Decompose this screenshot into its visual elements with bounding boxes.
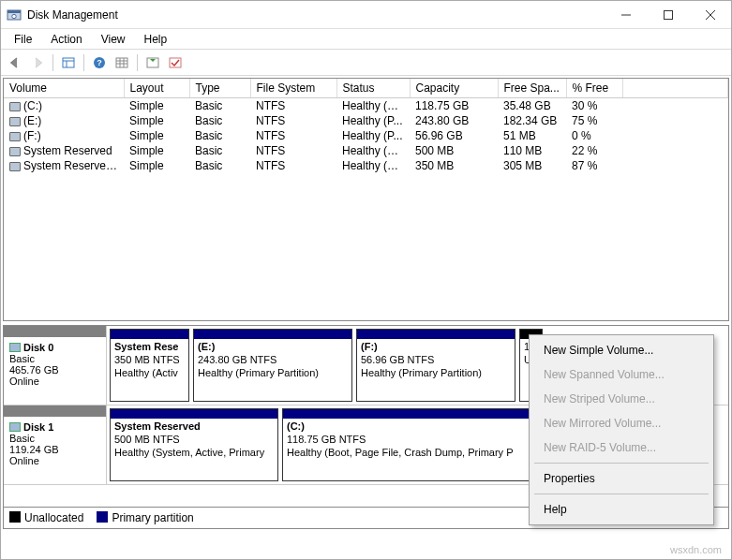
partition-body: System Rese350 MB NTFSHealthy (Activ [111, 339, 188, 401]
partition-body: System Reserved500 MB NTFSHealthy (Syste… [111, 419, 277, 480]
table-row[interactable]: (C:)SimpleBasicNTFSHealthy (B...118.75 G… [4, 98, 728, 114]
volume-type: Basic [189, 98, 250, 114]
volume-capacity: 56.96 GB [410, 128, 498, 143]
table-row[interactable]: System ReservedSimpleBasicNTFSHealthy (S… [4, 143, 728, 158]
col-status[interactable]: Status [336, 79, 410, 98]
disk-header-bar [4, 326, 106, 337]
col-type[interactable]: Type [189, 79, 250, 98]
col-volume[interactable]: Volume [4, 79, 124, 98]
table-row[interactable]: (E:)SimpleBasicNTFSHealthy (P...243.80 G… [4, 113, 728, 128]
window-title: Disk Management [27, 8, 118, 22]
partition-label: System Reserved [114, 420, 274, 434]
partition-label: (F:) [361, 341, 511, 354]
volume-name: (F:) [23, 129, 41, 142]
check-icon[interactable] [165, 52, 186, 73]
volume-table: Volume Layout Type File System Status Ca… [4, 79, 728, 173]
svg-text:?: ? [97, 58, 102, 67]
volume-type: Basic [189, 113, 250, 128]
volume-pct: 22 % [566, 143, 622, 158]
cm-properties[interactable]: Properties [530, 466, 712, 491]
partition-body: (C:)118.75 GB NTFSHealthy (Boot, Page Fi… [283, 419, 534, 480]
svg-rect-7 [63, 58, 74, 67]
volume-list-pane[interactable]: Volume Layout Type File System Status Ca… [3, 78, 729, 321]
volume-pct: 75 % [566, 113, 622, 128]
volume-free: 305 MB [498, 158, 566, 173]
volume-free: 35.48 GB [498, 98, 566, 114]
volume-name: (C:) [23, 99, 42, 112]
grid-icon[interactable] [112, 52, 132, 73]
partition-colorbar [283, 409, 534, 419]
partition-label: (C:) [287, 420, 530, 434]
volume-name: System Reserved [23, 144, 112, 157]
disk-partition[interactable]: (C:)118.75 GB NTFSHealthy (Boot, Page Fi… [282, 408, 535, 481]
volume-type: Basic [189, 143, 250, 158]
svg-rect-18 [170, 58, 181, 67]
svg-rect-4 [664, 10, 672, 19]
close-button[interactable] [689, 2, 731, 28]
menu-view[interactable]: View [94, 30, 133, 49]
disk-state: Online [9, 455, 100, 466]
menu-help[interactable]: Help [137, 30, 175, 49]
col-extra[interactable] [622, 79, 728, 98]
volume-type: Basic [189, 128, 250, 143]
disk-partition[interactable]: System Reserved500 MB NTFSHealthy (Syste… [110, 408, 278, 481]
titlebar-controls [605, 2, 731, 28]
volume-fs: NTFS [250, 158, 336, 173]
disk-header[interactable]: Disk 1Basic119.24 GBOnline [4, 405, 107, 484]
volume-capacity: 350 MB [410, 158, 498, 173]
volume-fs: NTFS [250, 98, 336, 114]
partition-health: Healthy (System, Active, Primary [114, 447, 274, 460]
panel-icon[interactable] [58, 52, 79, 73]
back-button[interactable] [5, 52, 25, 73]
partition-colorbar [357, 330, 515, 339]
unallocated-swatch [9, 511, 21, 523]
volume-layout: Simple [124, 113, 189, 128]
cm-new-spanned-volume: New Spanned Volume... [530, 362, 712, 387]
partition-size: 350 MB NTFS [114, 354, 185, 367]
help-icon[interactable]: ? [89, 52, 110, 73]
volume-capacity: 243.80 GB [410, 113, 498, 128]
volume-icon [9, 162, 21, 171]
partition-size: 118.75 GB NTFS [287, 434, 530, 447]
volume-free: 51 MB [498, 128, 566, 143]
refresh-icon[interactable] [142, 52, 163, 73]
maximize-button[interactable] [647, 2, 689, 28]
volume-type: Basic [189, 158, 250, 173]
disk-name: Disk 1 [23, 421, 53, 433]
menu-action[interactable]: Action [43, 30, 89, 49]
disk-type: Basic [9, 433, 100, 444]
col-percentfree[interactable]: % Free [566, 79, 622, 98]
volume-layout: Simple [124, 128, 189, 143]
table-row[interactable]: (F:)SimpleBasicNTFSHealthy (P...56.96 GB… [4, 128, 728, 143]
partition-health: Healthy (Primary Partition) [361, 367, 511, 380]
disk-header[interactable]: Disk 0Basic465.76 GBOnline [4, 326, 107, 405]
disk-partition[interactable]: (E:)243.80 GB NTFSHealthy (Primary Parti… [193, 329, 352, 402]
partition-health: Healthy (Boot, Page File, Crash Dump, Pr… [287, 447, 530, 460]
partition-health: Healthy (Activ [114, 367, 185, 380]
minimize-button[interactable] [605, 2, 647, 28]
partition-health: Healthy (Primary Partition) [198, 367, 348, 380]
disk-size: 465.76 GB [9, 364, 100, 376]
watermark: wsxdn.com [670, 544, 722, 555]
legend-primary: Primary partition [97, 511, 193, 524]
volume-free: 182.34 GB [498, 113, 566, 128]
col-freespace[interactable]: Free Spa... [498, 79, 566, 98]
col-capacity[interactable]: Capacity [410, 79, 498, 98]
cm-help[interactable]: Help [530, 497, 712, 522]
menu-file[interactable]: File [7, 30, 39, 49]
volume-layout: Simple [124, 143, 189, 158]
disk-type: Basic [9, 353, 100, 364]
partition-colorbar [111, 409, 277, 419]
legend-unallocated: Unallocated [9, 511, 83, 524]
cm-new-simple-volume[interactable]: New Simple Volume... [530, 338, 712, 362]
partition-size: 243.80 GB NTFS [198, 354, 348, 367]
disk-partition[interactable]: (F:)56.96 GB NTFSHealthy (Primary Partit… [356, 329, 515, 402]
table-row[interactable]: System Reserved (...SimpleBasicNTFSHealt… [4, 158, 728, 173]
disk-state: Online [9, 376, 100, 387]
col-filesystem[interactable]: File System [250, 79, 336, 98]
col-layout[interactable]: Layout [124, 79, 189, 98]
forward-button[interactable] [27, 52, 48, 73]
disk-partition[interactable]: System Rese350 MB NTFSHealthy (Activ [110, 329, 189, 402]
volume-icon [9, 132, 21, 141]
cm-new-raid5-volume: New RAID-5 Volume... [530, 435, 712, 460]
